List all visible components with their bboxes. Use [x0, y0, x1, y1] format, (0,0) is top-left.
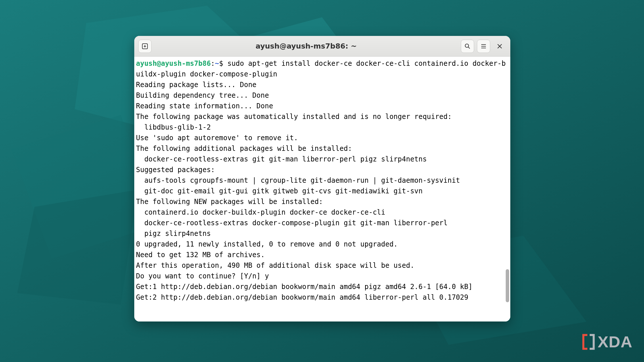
terminal-output-line: 0 upgraded, 11 newly installed, 0 to rem… — [136, 240, 398, 248]
new-tab-button[interactable] — [138, 40, 152, 53]
search-button[interactable] — [461, 40, 474, 53]
xda-bracket-icon — [582, 334, 595, 350]
terminal-output-line: git-doc git-email git-gui gitk gitweb gi… — [136, 187, 423, 195]
prompt-userhost: ayush@ayush-ms7b86 — [136, 59, 211, 68]
terminal-output-line: Reading state information... Done — [136, 102, 273, 110]
menu-button[interactable] — [477, 40, 490, 53]
terminal-output-line: The following package was automatically … — [136, 113, 452, 121]
terminal-output-line: Reading package lists... Done — [136, 81, 256, 89]
terminal-output-line: Need to get 132 MB of archives. — [136, 251, 265, 259]
svg-marker-4 — [17, 190, 138, 305]
close-button[interactable] — [493, 40, 506, 53]
terminal-output-line: Get:2 http://deb.debian.org/debian bookw… — [136, 293, 468, 301]
terminal-window: ayush@ayush-ms7b86: ~ — [134, 36, 510, 321]
svg-point-9 — [465, 44, 469, 47]
terminal-output-line: docker-ce-rootless-extras git git-man li… — [136, 155, 427, 163]
close-icon — [497, 44, 502, 49]
terminal-output-line: Use 'sudo apt autoremove' to remove it. — [136, 134, 298, 142]
xda-watermark: XDA — [582, 332, 632, 351]
terminal-output-line: pigz slirp4netns — [136, 230, 211, 238]
terminal-output-line: docker-ce-rootless-extras docker-compose… — [136, 219, 448, 227]
search-icon — [464, 43, 471, 49]
terminal-output-line: Suggested packages: — [136, 166, 215, 174]
prompt-path: ~ — [215, 59, 219, 68]
scrollbar-thumb[interactable] — [506, 269, 509, 302]
plus-tab-icon — [142, 43, 148, 49]
terminal-output-line: Building dependency tree... Done — [136, 91, 269, 99]
terminal-output-line: Get:1 http://deb.debian.org/debian bookw… — [136, 283, 472, 291]
xda-text: XDA — [598, 332, 632, 351]
terminal-output-line: The following NEW packages will be insta… — [136, 198, 323, 206]
terminal-output-line: containerd.io docker-buildx-plugin docke… — [136, 208, 385, 216]
terminal-output-line: aufs-tools cgroupfs-mount | cgroup-lite … — [136, 176, 460, 184]
hamburger-icon — [480, 43, 487, 49]
terminal-content[interactable]: ayush@ayush-ms7b86:~$ sudo apt-get insta… — [134, 57, 510, 321]
terminal-output-line: Do you want to continue? [Y/n] y — [136, 272, 269, 280]
window-titlebar: ayush@ayush-ms7b86: ~ — [134, 36, 510, 57]
terminal-output-line: After this operation, 490 MB of addition… — [136, 261, 414, 269]
terminal-output-line: The following additional packages will b… — [136, 145, 352, 153]
window-title: ayush@ayush-ms7b86: ~ — [156, 42, 457, 50]
terminal-output-line: libdbus-glib-1-2 — [136, 123, 211, 131]
svg-line-10 — [468, 47, 470, 49]
